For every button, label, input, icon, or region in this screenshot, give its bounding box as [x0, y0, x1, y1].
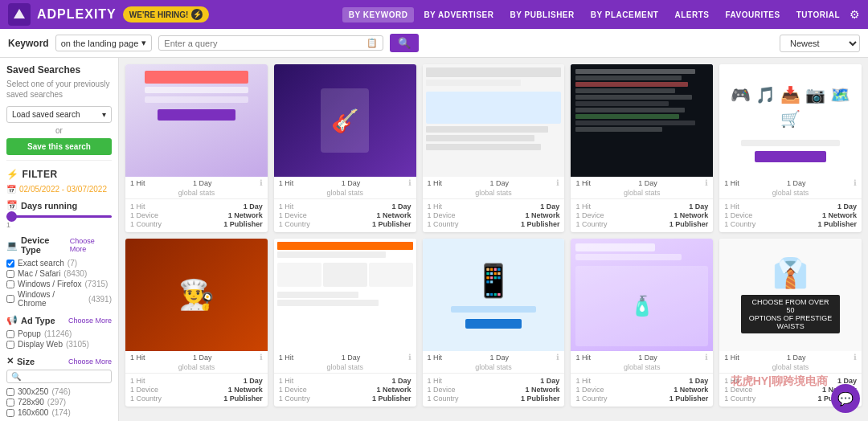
size-list: 300x250(746) 728x90(297) 160x600(174) — [6, 386, 112, 418]
network-value: 1 Network — [228, 386, 263, 394]
days-running-header: 📅 Days running — [6, 200, 112, 210]
network-value: 1 Network — [525, 386, 559, 394]
day-value: 1 Day — [540, 377, 559, 385]
network-value: 1 Network — [674, 211, 708, 219]
info-icon[interactable]: ℹ — [705, 353, 708, 362]
size-search-input[interactable] — [11, 372, 107, 381]
info-icon[interactable]: ℹ — [854, 178, 857, 187]
ad-card[interactable]: 1 Hit 1 Day ℹ global stats 1 Hit 1 Day 1… — [125, 64, 268, 232]
nav-by-advertiser[interactable]: BY ADVERTISER — [417, 7, 500, 22]
ad-card[interactable]: 🎮🎵📥 📷🗺️🛒 1 Hit 1 Day ℹ global stats 1 Hi… — [719, 64, 862, 232]
day-value: 1 Day — [244, 202, 263, 210]
global-stats-label: global stats — [125, 189, 268, 197]
size-728x90[interactable]: 728x90(297) — [6, 397, 112, 407]
ad-info-row: 1 Hit 1 Day ℹ — [423, 177, 565, 187]
hit-label: 1 Hit — [428, 377, 443, 385]
keyword-label: Keyword — [8, 38, 49, 49]
ad-card[interactable]: 🎸 1 Hit 1 Day ℹ global stats 1 Hit 1 Day… — [274, 64, 416, 232]
ad-info-row: 1 Hit 1 Day ℹ — [274, 177, 416, 187]
hit-count: 1 Hit — [428, 354, 443, 362]
info-icon[interactable]: ℹ — [556, 353, 559, 362]
hit-count: 1 Hit — [724, 179, 739, 187]
device-option-windows-firefox[interactable]: Windows / Firefox(7315) — [6, 279, 112, 289]
hit-count: 1 Hit — [428, 179, 443, 187]
ad-type-popup[interactable]: Popup(11246) — [6, 329, 112, 339]
size-160x600[interactable]: 160x600(174) — [6, 407, 112, 418]
nav-bar: BY KEYWORD BY ADVERTISER BY PUBLISHER BY… — [342, 7, 860, 22]
device-option-exact[interactable]: Exact search(7) — [6, 258, 112, 268]
ad-type-choose-more[interactable]: Choose More — [68, 317, 112, 325]
chevron-down-icon: ▾ — [141, 38, 146, 48]
global-stats-label: global stats — [423, 189, 565, 197]
global-stats-label: global stats — [719, 189, 862, 197]
device-label: 1 Device — [279, 211, 307, 219]
day-value: 1 Day — [392, 202, 411, 210]
nav-tutorial[interactable]: TUTORIAL — [790, 7, 846, 22]
info-icon[interactable]: ℹ — [556, 178, 559, 187]
size-choose-more[interactable]: Choose More — [68, 358, 112, 366]
ad-card[interactable]: 👔 CHOOSE FROM OVER 50OPTIONS OF PRESTIGE… — [719, 239, 862, 407]
nav-by-publisher[interactable]: BY PUBLISHER — [503, 7, 580, 22]
nav-by-keyword[interactable]: BY KEYWORD — [342, 7, 415, 22]
ad-card[interactable]: 1 Hit 1 Day ℹ global stats 1 Hit 1 Day 1… — [571, 64, 713, 232]
hit-count: 1 Hit — [279, 354, 294, 362]
settings-icon[interactable]: ⚙ — [850, 8, 860, 21]
info-icon[interactable]: ℹ — [705, 178, 708, 187]
info-icon[interactable]: ℹ — [260, 178, 263, 187]
hit-label: 1 Hit — [279, 377, 294, 385]
ad-stats: 1 Hit 1 Day 1 Device 1 Network 1 Country… — [125, 373, 268, 407]
network-value: 1 Network — [674, 386, 708, 394]
ad-thumbnail: 🎸 — [274, 64, 416, 177]
day-count: 1 Day — [638, 179, 657, 187]
network-value: 1 Network — [377, 386, 411, 394]
ad-stats: 1 Hit 1 Day 1 Device 1 Network 1 Country… — [719, 198, 862, 232]
ad-thumbnail: 👔 CHOOSE FROM OVER 50OPTIONS OF PRESTIGE… — [719, 239, 862, 351]
day-count: 1 Day — [638, 354, 657, 362]
date-range[interactable]: 📅 02/05/2022 - 03/07/2022 — [6, 185, 112, 194]
device-option-mac[interactable]: Mac / Safari(8430) — [6, 268, 112, 279]
load-saved-search-button[interactable]: Load saved search ▾ — [6, 106, 112, 123]
sort-select[interactable]: NewestOldestMost Active — [780, 35, 860, 52]
device-option-windows-chrome[interactable]: Windows / Chrome(4391) — [6, 289, 112, 309]
search-input[interactable] — [164, 39, 366, 48]
size-header: ✕ Size Choose More — [6, 356, 112, 366]
size-300x250[interactable]: 300x250(746) — [6, 386, 112, 397]
device-type-choose-more[interactable]: Choose More — [70, 237, 112, 253]
country-label: 1 Country — [130, 394, 162, 403]
day-value: 1 Day — [689, 202, 708, 210]
device-type-header: 💻 Device Type Choose More — [6, 235, 112, 255]
ad-card[interactable]: 👨‍🍳 1 Hit 1 Day ℹ global stats 1 Hit 1 D… — [125, 239, 268, 407]
days-running-label: 📅 Days running — [6, 200, 77, 210]
info-icon[interactable]: ℹ — [408, 353, 411, 362]
hiring-badge[interactable]: WE'RE HIRING! ⚡ — [123, 6, 210, 22]
ad-card[interactable]: 🧴 1 Hit 1 Day ℹ global stats 1 Hit 1 Day… — [571, 239, 713, 407]
ad-stats: 1 Hit 1 Day 1 Device 1 Network 1 Country… — [423, 373, 565, 407]
info-icon[interactable]: ℹ — [408, 178, 411, 187]
hit-label: 1 Hit — [724, 202, 739, 210]
ad-card[interactable]: 1 Hit 1 Day ℹ global stats 1 Hit 1 Day 1… — [274, 239, 416, 407]
search-input-wrap: 📋 — [158, 35, 383, 51]
nav-by-placement[interactable]: BY PLACEMENT — [584, 7, 665, 22]
nav-alerts[interactable]: ALERTS — [668, 7, 715, 22]
country-label: 1 Country — [279, 394, 310, 403]
search-button[interactable]: 🔍 — [390, 34, 419, 52]
publisher-value: 1 Publisher — [372, 220, 411, 228]
ads-content: 1 Hit 1 Day ℹ global stats 1 Hit 1 Day 1… — [119, 58, 868, 421]
info-icon[interactable]: ℹ — [260, 353, 263, 362]
save-search-button[interactable]: Save this search — [6, 138, 112, 155]
publisher-value: 1 Publisher — [521, 394, 560, 403]
search-type-select[interactable]: on the landing page ▾ — [55, 35, 153, 51]
chat-bubble[interactable]: 💬 — [831, 384, 860, 413]
days-slider[interactable]: 1 — [6, 215, 112, 229]
device-label: 1 Device — [575, 211, 604, 219]
ad-thumbnail: 📱 — [423, 239, 565, 351]
ad-card[interactable]: 1 Hit 1 Day ℹ global stats 1 Hit 1 Day 1… — [423, 64, 565, 232]
publisher-value: 1 Publisher — [669, 394, 709, 403]
info-icon[interactable]: ℹ — [854, 353, 857, 362]
ad-type-display-web[interactable]: Display Web(3105) — [6, 339, 112, 349]
hit-label: 1 Hit — [428, 202, 443, 210]
logo-area: ADPLEXITY WE'RE HIRING! ⚡ — [8, 3, 209, 26]
ad-card[interactable]: 📱 1 Hit 1 Day ℹ global stats 1 Hit 1 Day… — [423, 239, 565, 407]
nav-favourites[interactable]: FAVOURITES — [719, 7, 786, 22]
ads-grid: 1 Hit 1 Day ℹ global stats 1 Hit 1 Day 1… — [125, 64, 862, 407]
